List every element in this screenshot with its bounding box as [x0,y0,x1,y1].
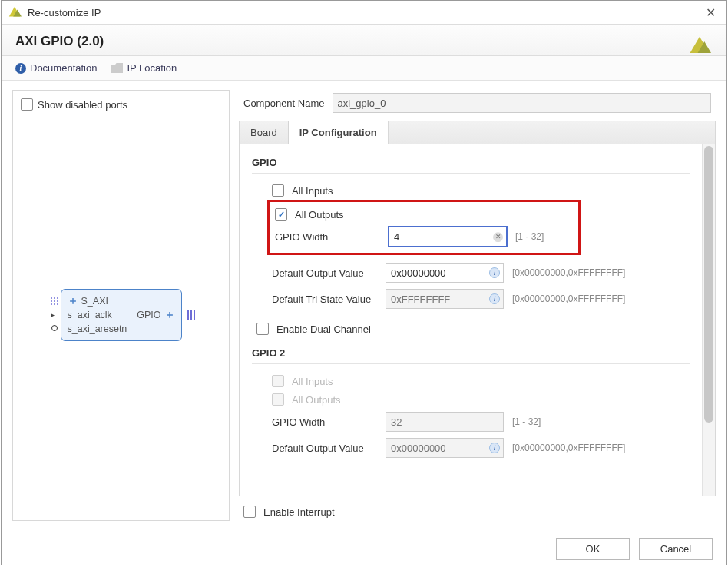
port-s-axi: S_AXI [81,296,108,307]
gpio2-all-inputs-checkbox [272,375,284,387]
product-title: AXI GPIO (2.0) [15,34,713,49]
enable-dual-channel-label: Enable Dual Channel [276,323,371,335]
gpio2-width-input [386,412,504,432]
folder-icon [111,63,123,73]
component-name-input[interactable] [333,93,712,113]
product-header: AXI GPIO (2.0) [2,24,726,56]
documentation-link[interactable]: i Documentation [15,62,97,74]
enable-dual-channel-checkbox[interactable] [256,323,269,335]
component-name-label: Component Name [243,98,325,109]
gpio-all-inputs-label: All Inputs [292,185,333,197]
gpio-width-label: GPIO Width [275,231,381,243]
section-gpio-header: GPIO [252,157,690,168]
expand-gpio-icon[interactable]: ＋ [164,308,175,322]
config-tabs: Board IP Configuration GPIO All Inputs [239,121,716,496]
gpio-default-output-range: [0x00000000,0xFFFFFFFF] [512,267,625,278]
port-aresetn: s_axi_aresetn [68,323,127,334]
info-icon: i [489,293,500,304]
gpio-all-outputs-label: All Outputs [295,209,344,220]
clear-input-icon[interactable]: ✕ [493,231,503,242]
show-disabled-ports-label: Show disabled ports [38,99,127,111]
config-panel: Component Name Board IP Configuration GP… [239,90,716,521]
recustomize-ip-dialog: Re-customize IP ✕ AXI GPIO (2.0) i Docum… [1,0,727,565]
info-icon: i [489,443,500,453]
gpio2-default-output-range: [0x00000000,0xFFFFFFFF] [512,443,625,453]
ok-button[interactable]: OK [556,538,630,560]
dialog-buttons: OK Cancel [2,530,726,565]
gpio2-width-range: [1 - 32] [512,416,541,427]
port-gpio: GPIO [137,310,160,320]
gpio2-all-outputs-label: All Outputs [292,394,341,406]
show-disabled-ports-checkbox[interactable] [21,98,33,111]
cancel-button[interactable]: Cancel [639,538,713,560]
ip-block: ＋ S_AXI ▸ s_axi_aclk GPIO ＋ [61,289,182,341]
window-title: Re-customize IP [28,7,695,18]
tab-ip-configuration[interactable]: IP Configuration [289,121,389,144]
gpio-all-inputs-checkbox[interactable] [272,184,284,197]
ip-location-label: IP Location [127,62,177,74]
tabstrip: Board IP Configuration [240,121,715,144]
gpio-default-tri-range: [0x00000000,0xFFFFFFFF] [512,293,625,304]
titlebar: Re-customize IP ✕ [2,1,726,24]
component-name-row: Component Name [239,90,716,121]
dialog-body: Show disabled ports ＋ S_AXI [2,81,726,530]
vivado-logo-large-icon [688,34,711,59]
enable-interrupt-label: Enable Interrupt [263,506,335,518]
vertical-scrollbar[interactable] [702,144,715,496]
tab-scroll-area: GPIO All Inputs All Outputs [240,144,702,496]
documentation-label: Documentation [30,62,97,74]
port-aclk: s_axi_aclk [68,310,112,320]
gpio-default-output-label: Default Output Value [272,267,378,279]
gpio-width-range: [1 - 32] [515,231,544,242]
section-gpio2-header: GPIO 2 [252,347,690,359]
gpio2-all-outputs-checkbox [272,393,284,406]
link-bar: i Documentation IP Location [2,56,726,81]
gpio2-default-output-input [386,438,504,458]
gpio-default-tri-label: Default Tri State Value [272,293,378,305]
enable-interrupt-checkbox[interactable] [243,506,256,518]
gpio-width-input[interactable] [389,227,507,247]
ip-location-link[interactable]: IP Location [111,62,177,74]
scrollbar-thumb[interactable] [704,146,713,423]
gpio2-width-label: GPIO Width [272,416,378,428]
tab-board[interactable]: Board [240,121,289,144]
highlighted-region: All Outputs GPIO Width ✕ [1 - 32] [267,200,581,255]
vivado-logo-icon [8,5,22,19]
block-preview-panel: Show disabled ports ＋ S_AXI [12,90,230,521]
gpio2-all-inputs-label: All Inputs [292,376,333,387]
gpio-all-outputs-checkbox[interactable] [275,208,287,220]
ip-block-preview: ＋ S_AXI ▸ s_axi_aclk GPIO ＋ [19,114,223,516]
expand-port-icon[interactable]: ＋ [68,294,78,308]
gpio2-default-output-label: Default Output Value [272,443,378,454]
gpio-default-tri-input[interactable] [386,289,504,309]
info-icon: i [15,63,26,74]
gpio-default-output-input[interactable] [386,263,504,283]
info-icon: i [489,267,500,278]
close-button[interactable]: ✕ [701,4,720,22]
tab-body: GPIO All Inputs All Outputs [240,144,715,496]
